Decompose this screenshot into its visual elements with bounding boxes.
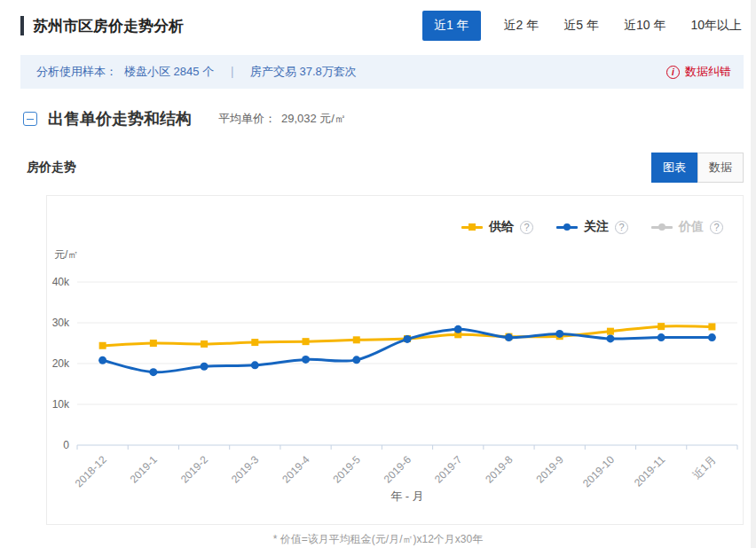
value-line-icon	[651, 223, 673, 231]
sample-buildings: 楼盘小区 2845 个	[124, 64, 214, 80]
collapse-icon[interactable]	[23, 112, 37, 126]
sample-separator: ｜	[226, 64, 238, 80]
page-title: 苏州市区房价走势分析	[33, 16, 184, 36]
sample-info-bar: 分析使用样本： 楼盘小区 2845 个 ｜ 房产交易 37.8万套次 i 数据纠…	[20, 55, 744, 89]
tab-over-10year[interactable]: 10年以上	[689, 11, 744, 41]
help-icon[interactable]: ?	[615, 221, 628, 234]
sample-transactions: 房产交易 37.8万套次	[250, 64, 357, 80]
tab-2year[interactable]: 近2 年	[502, 11, 541, 41]
svg-text:2019-8: 2019-8	[483, 453, 516, 486]
legend-label: 关注	[584, 219, 609, 235]
avg-price-value: 29,032 元/㎡	[281, 111, 346, 127]
supply-line-icon	[461, 223, 483, 231]
svg-text:近1月: 近1月	[690, 453, 719, 481]
svg-text:2019-4: 2019-4	[280, 453, 312, 486]
period-tab-bar: 近1 年 近2 年 近5 年 近10 年 10年以上	[422, 11, 744, 41]
chart-panel: 供给 ? 关注 ? 价值 ? 元/㎡010k20k30k40k2018-1220…	[46, 195, 744, 525]
trend-title: 房价走势	[27, 160, 76, 176]
legend-label: 价值	[679, 219, 704, 235]
info-icon: i	[666, 66, 680, 79]
svg-text:2019-5: 2019-5	[331, 453, 364, 486]
svg-text:2019-3: 2019-3	[229, 453, 262, 486]
tab-10year[interactable]: 近10 年	[622, 11, 667, 41]
error-report-label: 数据纠错	[685, 64, 731, 80]
page-right-gutter	[751, 0, 756, 548]
svg-text:2019-11: 2019-11	[632, 453, 668, 489]
page-header: 苏州市区房价走势分析 近1 年 近2 年 近5 年 近10 年 10年以上	[20, 11, 744, 41]
toggle-data-button[interactable]: 数据	[697, 153, 744, 183]
avg-price-label: 平均单价：	[218, 111, 276, 127]
legend-item-attention[interactable]: 关注 ?	[556, 219, 628, 235]
help-icon[interactable]: ?	[520, 221, 533, 234]
attention-line-icon	[556, 223, 578, 231]
view-toggle: 图表 数据	[651, 153, 744, 183]
svg-text:2019-9: 2019-9	[533, 453, 566, 486]
svg-text:2019-10: 2019-10	[580, 453, 617, 489]
svg-text:2018-12: 2018-12	[73, 453, 109, 489]
svg-text:0: 0	[63, 439, 69, 451]
svg-text:2019-1: 2019-1	[128, 453, 161, 486]
section-header: 出售单价走势和结构 平均单价： 29,032 元/㎡	[23, 108, 744, 129]
tab-1year[interactable]: 近1 年	[422, 11, 481, 41]
price-trend-chart: 元/㎡010k20k30k40k2018-122019-12019-22019-…	[47, 196, 743, 515]
chart-legend: 供给 ? 关注 ? 价值 ?	[461, 219, 723, 235]
legend-label: 供给	[489, 219, 514, 235]
legend-item-value[interactable]: 价值 ?	[651, 219, 723, 235]
svg-text:2019-6: 2019-6	[382, 453, 414, 486]
legend-item-supply[interactable]: 供给 ?	[461, 219, 533, 235]
section-title: 出售单价走势和结构	[48, 108, 192, 129]
value-footnote: * 价值=该月平均租金(元/月/㎡)x12个月x30年	[0, 532, 756, 547]
toggle-chart-button[interactable]: 图表	[651, 153, 697, 183]
error-report-button[interactable]: i 数据纠错	[666, 64, 731, 80]
svg-text:年 - 月: 年 - 月	[390, 489, 424, 503]
svg-text:30k: 30k	[52, 317, 70, 329]
trend-header-row: 房价走势 图表 数据	[27, 153, 744, 183]
svg-text:10k: 10k	[52, 398, 70, 411]
svg-text:20k: 20k	[52, 357, 70, 370]
help-icon[interactable]: ?	[710, 221, 723, 234]
tab-5year[interactable]: 近5 年	[562, 11, 601, 41]
svg-text:元/㎡: 元/㎡	[54, 248, 78, 261]
svg-text:2019-7: 2019-7	[432, 453, 465, 486]
title-accent-bar	[20, 16, 24, 35]
svg-text:2019-2: 2019-2	[178, 453, 211, 486]
svg-text:40k: 40k	[52, 276, 70, 288]
sample-label: 分析使用样本：	[36, 64, 117, 80]
